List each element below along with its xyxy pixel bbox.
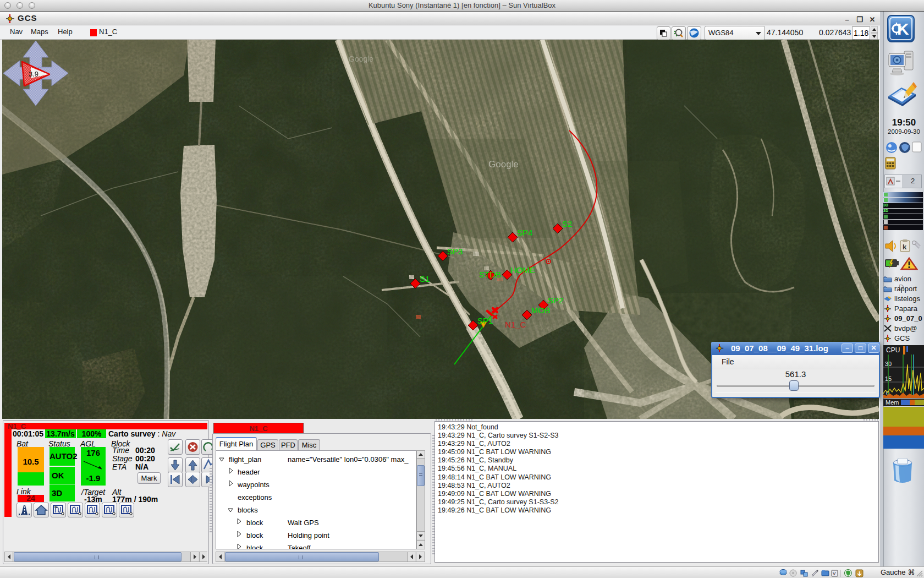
svg-text:k: k	[903, 243, 907, 251]
svg-text:SP1: SP1	[477, 316, 493, 325]
svg-text:S1: S1	[420, 274, 430, 283]
svg-text:K: K	[897, 20, 909, 38]
svg-text:SP3: SP3	[447, 247, 463, 256]
svg-text:Google: Google	[488, 159, 519, 170]
svg-text:CPU: CPU	[886, 346, 900, 354]
svg-text:S2: S2	[562, 219, 572, 228]
svg-text:SP4: SP4	[517, 228, 532, 237]
svg-text:HOME: HOME	[510, 265, 535, 275]
svg-text:MOB: MOB	[531, 306, 550, 315]
svg-text:N1_C: N1_C	[505, 320, 526, 329]
svg-text:Google: Google	[349, 54, 373, 63]
svg-text:Mem: Mem	[886, 399, 899, 406]
svg-text:STDB: STDB	[479, 270, 501, 279]
svg-text:3.9: 3.9	[29, 70, 38, 78]
svg-text:SP2: SP2	[548, 296, 563, 305]
svg-text:V: V	[833, 571, 836, 577]
